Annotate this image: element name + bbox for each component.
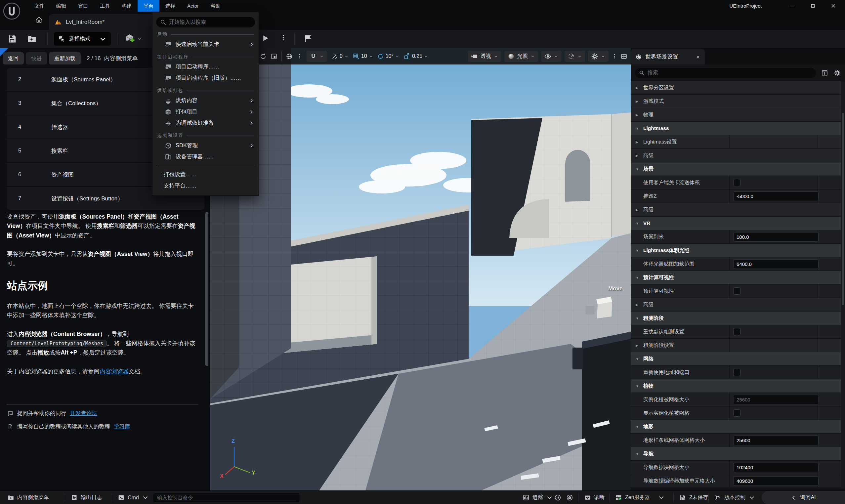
expander-arrow-icon[interactable]: ▶ <box>636 154 641 158</box>
console-command-input[interactable]: 输入控制台命令 <box>153 493 300 502</box>
close-tab-icon[interactable] <box>696 55 700 59</box>
editor-mode-selector[interactable]: 选择模式 <box>54 32 111 46</box>
setting-value-input[interactable]: 6400.0 <box>733 259 819 269</box>
expander-arrow-icon[interactable]: ▶ <box>636 140 641 144</box>
add-content-button[interactable] <box>124 33 142 44</box>
expander-arrow-icon[interactable]: ▼ <box>636 127 641 130</box>
ask-ai-button[interactable]: 询问AI <box>762 491 845 504</box>
setting-checkbox[interactable] <box>733 287 740 295</box>
expander-arrow-icon[interactable]: ▶ <box>636 344 641 347</box>
performance-button[interactable] <box>564 51 585 62</box>
expander-arrow-icon[interactable]: ▼ <box>636 425 641 429</box>
platform-menu-entry[interactable]: 项目启动程序…… 项目启动程序…… <box>152 61 258 72</box>
screenshot-trace-button[interactable] <box>566 491 573 504</box>
platform-menu-entry[interactable]: 快速启动当前关卡 快速启动当前关卡 <box>152 39 258 50</box>
settings-row[interactable]: ▼ Lightmass体积光照 <box>631 244 841 257</box>
menu-item[interactable]: 帮助 <box>205 0 227 12</box>
save-icon[interactable] <box>7 34 17 44</box>
inline-link[interactable]: 内容浏览器 <box>100 368 129 375</box>
scrollbar-thumb[interactable] <box>842 113 844 305</box>
menu-item[interactable]: 编辑 <box>50 0 72 12</box>
expander-arrow-icon[interactable]: ▼ <box>636 249 641 252</box>
expander-arrow-icon[interactable]: ▼ <box>636 317 641 320</box>
minimize-icon[interactable] <box>782 0 803 12</box>
content-drawer-button[interactable]: 内容侧滑菜单 <box>7 491 49 504</box>
settings-row[interactable]: ▼ 网络 <box>631 352 841 366</box>
cmd-selector[interactable]: Cmd <box>118 491 149 504</box>
settings-row[interactable]: 场景到米 100.0 <box>631 230 841 244</box>
menu-item[interactable]: 工具 <box>94 0 116 12</box>
quad-view-icon[interactable] <box>621 53 627 60</box>
external-link[interactable]: 学习库 <box>114 423 130 430</box>
platform-menu-entry[interactable]: 项目启动程序（旧版）…… 项目启动程序（旧版）…… <box>152 72 258 84</box>
settings-row[interactable]: ▼ 导航 <box>631 447 841 461</box>
menu-item[interactable]: 平台 <box>138 0 159 12</box>
settings-row[interactable]: 实例化植被网格大小 25600 <box>631 393 841 407</box>
lit-mode-button[interactable]: 光照 <box>504 51 538 62</box>
trace-button[interactable]: 追踪 <box>523 491 553 504</box>
settings-row[interactable]: 体积光照贴图加载范围 6400.0 <box>631 257 841 271</box>
expander-arrow-icon[interactable]: ▶ <box>636 303 641 307</box>
settings-row[interactable]: ▼ 场景 <box>631 162 841 176</box>
expander-arrow-icon[interactable]: ▶ <box>636 100 641 103</box>
settings-row[interactable]: ▼ 粗测阶段 <box>631 311 841 325</box>
settings-row[interactable]: 摧毁Z -5000.0 <box>631 190 841 203</box>
rotation-snap-control[interactable]: 10° <box>377 53 399 60</box>
column-view-icon[interactable] <box>821 69 828 76</box>
settings-row[interactable]: 导航数据块网格大小 102400 <box>631 461 841 474</box>
settings-row[interactable]: 重新使用地址和端口 <box>631 366 841 379</box>
location-snap-control[interactable]: 0 <box>331 53 348 60</box>
surface-snap-button[interactable] <box>307 51 327 62</box>
output-log-button[interactable]: 输出日志 <box>71 491 102 504</box>
show-flags-button[interactable] <box>541 51 561 62</box>
kebab-icon[interactable] <box>296 53 303 59</box>
settings-row[interactable]: ▶ 高级 <box>631 149 841 162</box>
settings-row[interactable]: 使用客户端关卡流送体积 <box>631 176 841 190</box>
platform-menu-entry[interactable]: 支持平台…… 支持平台…… <box>152 180 258 192</box>
settings-row[interactable]: ▼ 植物 <box>631 379 841 393</box>
setting-value-input[interactable]: -5000.0 <box>733 192 819 201</box>
setting-value-input[interactable]: 409600 <box>733 476 819 486</box>
setting-checkbox[interactable] <box>733 179 740 186</box>
setting-value-input[interactable]: 100.0 <box>733 232 819 242</box>
menu-item[interactable]: 选择 <box>159 0 181 12</box>
close-icon[interactable] <box>823 0 844 12</box>
settings-row[interactable]: 导航数据编译器加载单元格大小 409600 <box>631 474 841 488</box>
setting-checkbox[interactable] <box>733 410 740 417</box>
platform-menu-entry[interactable]: 启动 启动 <box>157 32 254 37</box>
expander-arrow-icon[interactable]: ▼ <box>636 357 641 361</box>
expander-arrow-icon[interactable]: ▼ <box>636 167 641 171</box>
platform-menu-entry[interactable]: 烘焙内容 烘焙内容 <box>152 95 258 106</box>
menu-item[interactable]: 构建 <box>116 0 138 12</box>
platform-menu-entry[interactable]: 项目启动程序 项目启动程序 <box>157 54 254 60</box>
pause-trace-button[interactable] <box>554 491 561 504</box>
forward-button[interactable]: 快进 <box>26 52 47 65</box>
expander-arrow-icon[interactable]: ▶ <box>636 113 641 117</box>
unsaved-button[interactable]: 2未保存 <box>679 491 708 504</box>
platform-menu-entry[interactable] <box>157 166 254 166</box>
setting-checkbox[interactable] <box>733 369 740 376</box>
platform-menu-entry[interactable]: 打包项目 打包项目 <box>152 106 258 118</box>
realtime-refresh-icon[interactable] <box>259 53 267 60</box>
settings-row[interactable]: ▶ 高级 <box>631 203 841 217</box>
scrollbar-thumb[interactable] <box>205 212 208 366</box>
menu-item[interactable]: Actor <box>181 0 205 12</box>
settings-row[interactable]: ▶ 世界分区设置 <box>631 81 841 94</box>
settings-row[interactable]: ▶ 物理 <box>631 108 841 122</box>
setting-value-input[interactable]: 25600 <box>733 395 819 404</box>
settings-row[interactable]: ▼ 地形 <box>631 420 841 434</box>
play-icon[interactable] <box>261 34 270 42</box>
back-button[interactable]: 返回 <box>3 52 24 65</box>
world-transform-icon[interactable] <box>286 53 293 60</box>
scale-snap-control[interactable]: 0.25 <box>403 53 428 60</box>
settings-row[interactable]: ▼ Lightmass <box>631 122 841 135</box>
level-viewport[interactable]: 0 10 10° 0.25 <box>210 48 631 490</box>
maximize-icon[interactable] <box>803 0 823 12</box>
settings-row[interactable]: ▶ 游戏模式 <box>631 94 841 108</box>
expander-arrow-icon[interactable]: ▼ <box>636 384 641 388</box>
menu-search-input[interactable]: 开始输入以搜索 <box>156 17 255 28</box>
settings-row[interactable]: 预计算可视性 <box>631 284 841 298</box>
expander-arrow-icon[interactable]: ▼ <box>636 276 641 280</box>
settings-row[interactable]: ▶ Lightmass设置 <box>631 135 841 149</box>
setting-checkbox[interactable] <box>733 328 740 335</box>
